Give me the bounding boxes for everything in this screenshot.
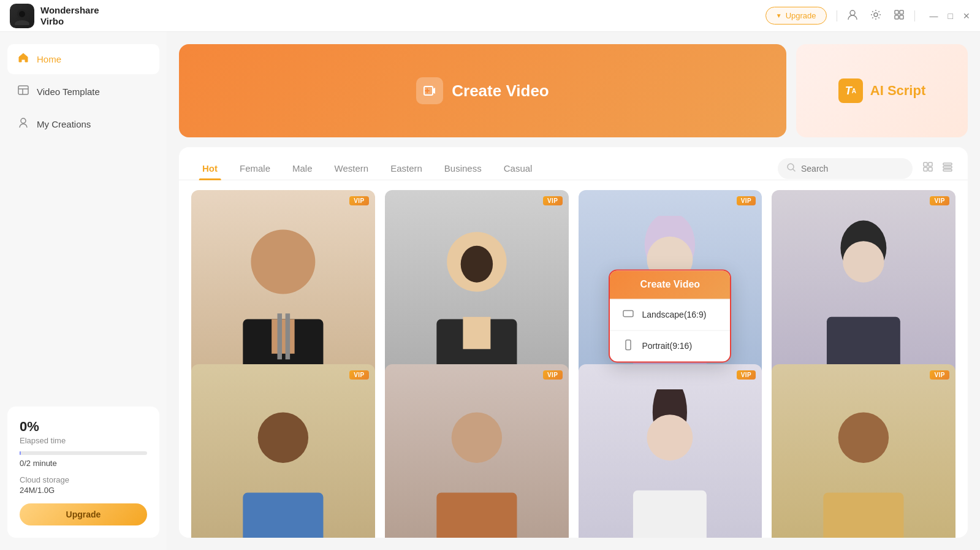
tab-hot[interactable]: Hot — [191, 157, 229, 180]
tab-female[interactable]: Female — [229, 157, 281, 180]
svg-point-2 — [19, 11, 25, 17]
portrait-icon — [622, 338, 634, 353]
popup-portrait-label: Portrait(9:16) — [642, 341, 692, 351]
popup-portrait-option[interactable]: Portrait(9:16) — [610, 330, 730, 361]
tab-business[interactable]: Business — [433, 157, 493, 180]
svg-rect-35 — [623, 310, 633, 316]
svg-rect-48 — [824, 493, 904, 538]
svg-point-3 — [850, 10, 855, 15]
svg-rect-41 — [243, 493, 323, 538]
grid-view-button[interactable] — [920, 159, 936, 178]
sidebar-item-video-template[interactable]: Video Template — [7, 77, 159, 107]
minimize-button[interactable]: ― — [930, 11, 938, 21]
search-box — [778, 158, 913, 179]
avatar-card-8[interactable]: VIP — [772, 364, 955, 538]
svg-point-47 — [838, 413, 889, 463]
svg-rect-27 — [286, 313, 290, 359]
progress-bar-fill — [20, 451, 21, 455]
usage-percent: 0% — [20, 419, 147, 435]
separator — [837, 10, 837, 21]
progress-bar-wrap — [20, 451, 147, 455]
settings-icon[interactable] — [870, 9, 881, 23]
svg-rect-25 — [272, 319, 294, 353]
sidebar-item-creations-label: My Creations — [37, 119, 91, 129]
person-figure — [385, 364, 569, 538]
svg-rect-17 — [929, 162, 932, 166]
svg-rect-9 — [18, 86, 28, 94]
main-layout: Home Video Template My Creations 0% Elap… — [0, 32, 980, 550]
svg-rect-8 — [900, 15, 903, 19]
tab-male[interactable]: Male — [281, 157, 324, 180]
creations-icon — [17, 116, 29, 132]
close-button[interactable]: ✕ — [963, 11, 970, 21]
popup-landscape-option[interactable]: Landscape(16:9) — [610, 299, 730, 330]
app-logo — [10, 4, 34, 28]
popup-landscape-label: Landscape(16:9) — [642, 310, 706, 319]
ai-script-banner[interactable]: TA AI Script — [796, 44, 968, 137]
person-figure — [191, 364, 375, 538]
sidebar-item-home[interactable]: Home — [7, 44, 159, 74]
storage-label: Cloud storage — [20, 475, 147, 484]
avatar-popup: Create Video Landscape(16:9) — [609, 269, 731, 362]
titlebar-right: Upgrade ― □ ✕ — [765, 7, 970, 25]
sidebar-stats: 0% Elapsed time 0/2 minute Cloud storage… — [7, 407, 159, 538]
separator-2 — [914, 10, 915, 21]
svg-point-1 — [15, 20, 29, 25]
avatar-card-7[interactable]: VIP — [579, 364, 762, 538]
titlebar: Wondershare Virbo Upgrade ― □ ✕ — [0, 0, 980, 32]
create-video-banner[interactable]: Create Video — [179, 44, 786, 137]
upgrade-sidebar-button[interactable]: Upgrade — [20, 503, 147, 525]
ai-script-icon: TA — [838, 78, 863, 103]
svg-point-42 — [451, 413, 501, 463]
svg-point-4 — [874, 13, 878, 17]
main-content: Create Video TA AI Script Hot Female Mal… — [167, 32, 980, 550]
grid-icon[interactable] — [894, 9, 905, 23]
svg-rect-18 — [924, 167, 927, 171]
popup-create-video-button[interactable]: Create Video — [610, 270, 730, 299]
svg-point-45 — [647, 414, 693, 460]
landscape-icon — [622, 307, 634, 322]
avatar-card-5[interactable]: VIP — [191, 364, 375, 538]
window-controls: ― □ ✕ — [930, 11, 970, 21]
create-video-label: Create Video — [452, 82, 549, 101]
sidebar-item-my-creations[interactable]: My Creations — [7, 109, 159, 139]
search-input[interactable] — [801, 164, 904, 174]
svg-rect-36 — [626, 340, 631, 349]
upgrade-button[interactable]: Upgrade — [765, 7, 827, 25]
svg-rect-19 — [929, 167, 932, 171]
svg-rect-5 — [895, 10, 898, 14]
app-name: Wondershare Virbo — [40, 5, 99, 27]
user-icon[interactable] — [847, 9, 858, 23]
list-view-button[interactable] — [940, 159, 955, 178]
avatar-card-6[interactable]: VIP — [385, 364, 569, 538]
svg-rect-16 — [924, 162, 927, 166]
avatar-grid: VIP Yaowen - Finance — [179, 180, 968, 538]
tabs-row: Hot Female Male Western Eastern Business… — [179, 147, 968, 180]
svg-point-40 — [258, 413, 308, 463]
restore-button[interactable]: □ — [948, 11, 953, 21]
titlebar-icons — [847, 9, 905, 23]
svg-point-38 — [843, 241, 884, 282]
svg-rect-22 — [943, 169, 952, 171]
home-icon — [17, 52, 29, 67]
svg-rect-6 — [900, 10, 903, 14]
sidebar: Home Video Template My Creations 0% Elap… — [0, 32, 167, 550]
sidebar-item-template-label: Video Template — [37, 86, 100, 97]
minute-label: 0/2 minute — [20, 459, 147, 468]
svg-point-23 — [251, 229, 315, 294]
svg-point-12 — [21, 118, 26, 123]
sidebar-item-home-label: Home — [37, 54, 61, 64]
create-video-icon — [416, 77, 443, 104]
svg-point-29 — [460, 245, 492, 282]
tab-casual[interactable]: Casual — [493, 157, 544, 180]
tab-western[interactable]: Western — [324, 157, 380, 180]
person-figure — [579, 364, 762, 538]
svg-rect-20 — [943, 163, 952, 165]
svg-rect-26 — [278, 313, 282, 359]
svg-rect-21 — [943, 166, 952, 168]
avatar-grid-wrapper: VIP Yaowen - Finance — [179, 180, 968, 538]
banner-row: Create Video TA AI Script — [179, 44, 968, 137]
search-icon — [786, 162, 796, 175]
tab-eastern[interactable]: Eastern — [379, 157, 433, 180]
template-icon — [17, 84, 29, 99]
